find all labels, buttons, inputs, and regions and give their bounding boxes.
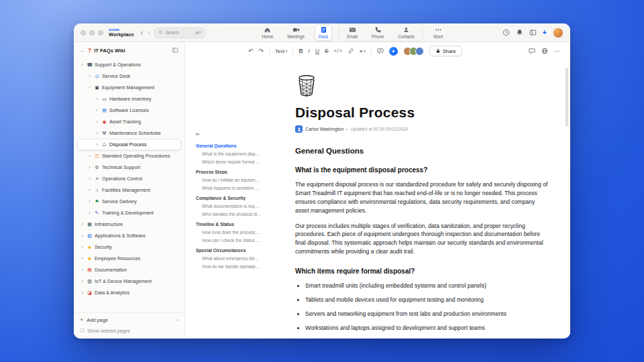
document-content[interactable]: Disposal Process Carlos Washington • Upd… [271,60,570,339]
tab-docs[interactable]: Docs [315,24,332,41]
share-button[interactable]: Share [429,46,462,56]
sidebar-item-training-development[interactable]: ›✎Training & Development [77,207,181,219]
outline-item-special-circumstances[interactable]: Special Circumstances [196,248,268,253]
tab-contacts[interactable]: Contacts [394,24,419,41]
question-heading[interactable]: Which items require formal disposal? [295,267,550,275]
bold-button[interactable]: B [299,48,303,54]
chevron-icon[interactable]: › [80,278,85,284]
chevron-icon[interactable]: › [80,290,85,296]
chevron-icon[interactable]: › [95,130,99,136]
chevron-icon[interactable]: › [80,233,85,239]
italic-button[interactable]: I [309,48,310,54]
more-options-button[interactable]: ⋯ [554,48,561,54]
tab-home[interactable]: Home [258,24,277,41]
strikethrough-button[interactable]: S [325,48,329,54]
chevron-icon[interactable]: › [87,153,92,159]
collaborator-avatar[interactable] [415,47,424,56]
chevron-icon[interactable]: › [95,119,99,125]
sidebar-back-button[interactable]: ← [80,48,85,54]
outline-item-how-can-i-check-the-status[interactable]: How can I check the status ... [196,238,268,243]
outline-item-timeline-status[interactable]: Timeline & Status [196,222,268,227]
sidebar-item-hardware-inventory[interactable]: ›▭Hardware Inventory [77,93,181,105]
new-item-button[interactable]: + [543,29,547,36]
outline-item-what-documentation-is-req[interactable]: What documentation is req... [196,204,268,208]
sidebar-item-standard-operating-procedures[interactable]: ›◫Standard Operating Procedures [77,150,181,162]
minimize-window-button[interactable] [89,30,95,36]
paragraph[interactable]: The equipment disposal process is our st… [295,180,550,215]
document-scrollbar[interactable] [566,68,568,127]
notifications-button[interactable] [516,29,523,36]
sidebar-item-security[interactable]: ›◈Security [77,241,181,253]
sidebar-item-support-operations[interactable]: ›☎Support & Operations [77,59,181,70]
bullet-item[interactable]: Servers and networking equipment from te… [305,310,550,317]
chevron-icon[interactable]: › [80,255,85,261]
link-button[interactable] [347,48,354,54]
ai-companion-button[interactable] [389,47,398,56]
section-heading[interactable]: General Questions [295,147,550,155]
back-button[interactable]: ‹ [141,29,143,36]
tab-phone[interactable]: Phone [368,24,388,41]
sidebar-item-facilities-management[interactable]: ›⌂Facilities Management [77,184,181,196]
chevron-icon[interactable]: › [87,187,92,193]
search-input[interactable]: Search ⌘F [154,27,205,38]
outline-item-process-steps[interactable]: Process Steps [196,170,268,174]
chevron-icon[interactable]: › [87,164,92,170]
outline-item-what-is-the-equipment-disp[interactable]: What is the equipment disp... [196,152,268,156]
sidebar-item-applications-software[interactable]: ›▧Applications & Software [77,230,181,241]
sidebar-item-operations-control[interactable]: ›≡Operations Control [77,173,181,184]
bullet-item[interactable]: Tablets and mobile devices used for equi… [305,296,550,303]
bullet-item[interactable]: Smart treadmill units (including embedde… [305,282,550,289]
sidebar-item-data-analytics[interactable]: ›◪Data & Analytics [77,287,181,298]
outline-item-what-about-emergency-dis[interactable]: What about emergency dis... [196,256,268,261]
redo-button[interactable]: ↷ [259,48,264,54]
sidebar-item-service-delivery[interactable]: ›⚑Service Delivery [77,196,181,207]
underline-button[interactable]: U [315,48,319,54]
question-heading[interactable]: What is the equipment disposal process? [295,166,550,174]
forward-button[interactable]: › [148,29,150,36]
chevron-icon[interactable]: › [80,267,85,273]
add-page-button[interactable]: + Add page › [80,317,178,323]
close-window-button[interactable] [80,30,86,36]
sidebar-item-maintenance-schedules[interactable]: ›⚒Maintenance Schedules [77,127,181,139]
sidebar-collapse-button[interactable] [172,47,178,54]
outline-item-how-do-i-initiate-an-equipm[interactable]: How do I initiate an equipm... [196,178,268,182]
user-avatar[interactable] [553,27,564,38]
align-dropdown[interactable]: ≡ ▾ [360,48,366,54]
chevron-icon[interactable]: › [95,107,99,113]
chevron-icon[interactable]: › [80,244,85,250]
chevron-icon[interactable]: › [95,141,99,147]
chevron-icon[interactable]: › [87,85,93,90]
chevron-icon[interactable]: › [95,96,99,102]
outline-item-general-questions[interactable]: General Questions [196,143,268,148]
tab-meetings[interactable]: Meetings [283,24,309,41]
chevron-icon[interactable]: › [87,210,92,216]
sidebar-item-software-licenses[interactable]: ›▤Software Licenses [77,105,181,116]
bullet-item[interactable]: Workstations and laptops assigned to dev… [305,324,550,331]
show-deleted-pages-button[interactable]: ❏ Show deleted pages [80,328,178,333]
sidebar-item-disposal-process[interactable]: ›♺Disposal Process [77,139,181,150]
outline-item-what-happens-to-sensitive[interactable]: What happens to sensitive ... [196,186,268,190]
sidebar-item-infrastructure[interactable]: ›▦Infrastructure [77,219,181,230]
text-style-dropdown[interactable]: Text ▾ [275,48,287,54]
chevron-down-icon[interactable]: › [174,319,180,321]
sidebar-item-equipment-management[interactable]: ›▣Equipment Management [77,82,181,93]
undo-button[interactable]: ↶ [248,48,254,54]
outline-item-how-do-we-handle-damage[interactable]: How do we handle damage... [196,264,268,269]
panel-toggle-button[interactable] [529,29,537,36]
tab-more[interactable]: More [429,24,447,41]
sidebar-item-documentation[interactable]: ›▤Documentation [77,264,181,276]
page-title[interactable]: Disposal Process [295,105,550,121]
chevron-icon[interactable]: › [87,73,92,79]
outline-item-how-long-does-the-process[interactable]: How long does the process ... [196,230,268,235]
outline-collapse-button[interactable]: ⇤ [196,131,268,137]
sidebar-item-iot-device-management[interactable]: ›▥IoT & Device Management [77,276,181,287]
chevron-icon[interactable]: › [87,176,92,182]
add-comment-button[interactable] [377,48,384,54]
chevron-icon[interactable]: › [79,62,85,67]
maximize-window-button[interactable] [98,30,103,36]
outline-item-which-items-require-formal[interactable]: Which items require formal ... [196,160,268,164]
outline-item-compliance-security[interactable]: Compliance & Security [196,196,268,200]
sidebar-item-service-desk[interactable]: ›◎Service Desk [77,70,181,82]
comments-panel-button[interactable] [529,48,535,54]
sidebar-item-technical-support[interactable]: ›⚙Technical Support [77,162,181,173]
